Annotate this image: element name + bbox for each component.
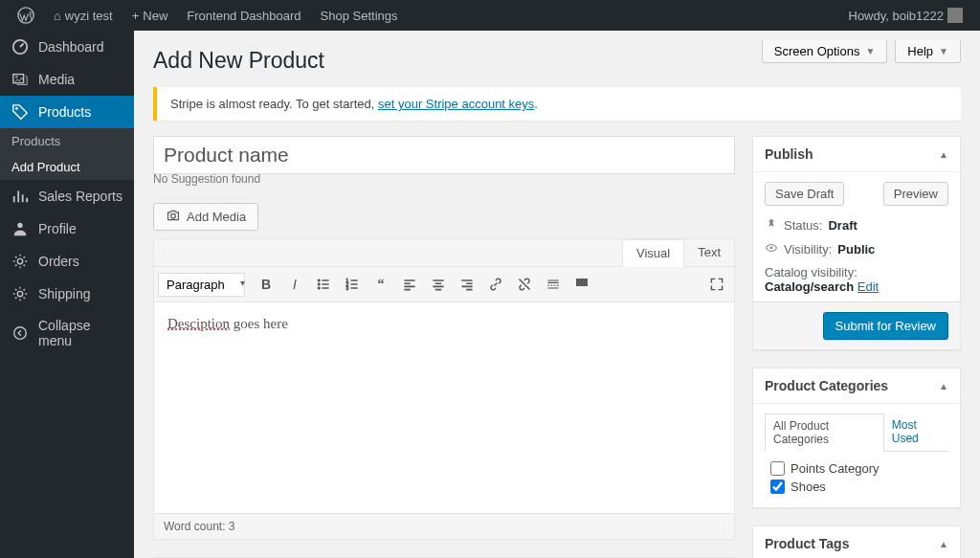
fullscreen-button[interactable] — [703, 271, 730, 298]
reports-icon — [11, 188, 29, 205]
products-icon — [11, 103, 29, 121]
gear-icon — [11, 253, 29, 270]
editor-content[interactable]: Desciption goes here — [154, 302, 734, 513]
nav-shipping[interactable]: Shipping — [0, 278, 134, 310]
editor-tab-visual[interactable]: Visual — [622, 239, 684, 267]
camera-icon — [166, 209, 181, 225]
plus-icon: + — [132, 9, 140, 23]
nav-sales-reports[interactable]: Sales Reports — [0, 180, 134, 212]
format-select[interactable]: Paragraph — [158, 273, 245, 297]
nav-orders[interactable]: Orders — [0, 245, 134, 278]
svg-point-11 — [318, 287, 320, 289]
editor-tab-text[interactable]: Text — [684, 239, 734, 266]
cat-tab-most-used[interactable]: Most Used — [884, 413, 948, 451]
chevron-up-icon: ▲ — [939, 381, 948, 391]
stripe-notice: Stripe is almost ready. To get started, … — [153, 87, 961, 121]
align-left-button[interactable] — [396, 271, 423, 298]
pin-icon — [765, 217, 778, 234]
stripe-keys-link[interactable]: set your Stripe account keys — [378, 97, 534, 111]
svg-rect-19 — [580, 282, 583, 285]
bullet-list-button[interactable] — [310, 271, 337, 298]
add-media-button[interactable]: Add Media — [153, 203, 258, 231]
svg-point-10 — [318, 283, 320, 285]
svg-text:3: 3 — [346, 286, 349, 291]
home-icon: ⌂ — [54, 9, 61, 23]
category-item[interactable]: Shoes — [765, 480, 948, 494]
svg-rect-20 — [584, 282, 587, 285]
title-suggest: No Suggestion found — [153, 172, 735, 186]
svg-point-5 — [17, 258, 22, 263]
shop-settings-link[interactable]: Shop Settings — [313, 0, 406, 31]
read-more-button[interactable] — [540, 271, 567, 298]
tags-box-header[interactable]: Product Tags▲ — [753, 526, 960, 558]
category-item[interactable]: Points Category — [765, 461, 948, 476]
categories-box-header[interactable]: Product Categories▲ — [753, 368, 960, 404]
site-name-link[interactable]: ⌂wyzi test — [46, 0, 121, 31]
svg-point-21 — [770, 247, 773, 250]
new-content-link[interactable]: +New — [124, 0, 176, 31]
number-list-button[interactable]: 123 — [339, 271, 366, 298]
chevron-down-icon: ▼ — [865, 46, 875, 56]
word-count: Word count: 3 — [154, 513, 734, 539]
preview-button[interactable]: Preview — [883, 182, 948, 206]
chevron-down-icon: ▼ — [939, 46, 948, 56]
blockquote-button[interactable]: “ — [368, 271, 394, 298]
subnav-products[interactable]: Products — [0, 128, 134, 154]
link-button[interactable] — [482, 271, 509, 298]
edit-catalog-visibility[interactable]: Edit — [858, 279, 879, 294]
category-checkbox[interactable] — [770, 480, 785, 494]
svg-rect-15 — [576, 279, 579, 281]
toolbar-toggle-button[interactable] — [568, 271, 595, 298]
dashboard-icon — [11, 38, 29, 56]
help-button[interactable]: Help▼ — [895, 40, 961, 63]
align-center-button[interactable] — [425, 271, 452, 298]
media-icon — [11, 71, 29, 88]
nav-profile[interactable]: Profile — [0, 212, 134, 245]
align-right-button[interactable] — [454, 271, 480, 298]
frontend-dashboard-link[interactable]: Frontend Dashboard — [179, 0, 308, 31]
gear-icon — [11, 285, 29, 302]
subnav-add-product[interactable]: Add Product — [0, 154, 134, 180]
collapse-icon — [11, 324, 29, 342]
nav-dashboard[interactable]: Dashboard — [0, 31, 134, 63]
eye-icon — [765, 241, 778, 257]
submit-for-review-button[interactable]: Submit for Review — [823, 312, 948, 340]
save-draft-button[interactable]: Save Draft — [765, 182, 844, 206]
unlink-button[interactable] — [511, 271, 538, 298]
category-checkbox[interactable] — [770, 461, 785, 476]
bold-button[interactable]: B — [253, 271, 279, 298]
publish-box-header[interactable]: Publish▲ — [753, 137, 960, 172]
svg-point-4 — [17, 223, 22, 228]
my-account-link[interactable]: Howdy, boib1222 — [841, 0, 971, 31]
wp-logo[interactable] — [10, 0, 42, 31]
screen-options-button[interactable]: Screen Options▼ — [762, 40, 888, 63]
cat-tab-all[interactable]: All Product Categories — [765, 413, 884, 452]
category-label: Shoes — [791, 480, 826, 494]
avatar — [947, 8, 963, 23]
svg-point-8 — [171, 213, 176, 218]
chevron-up-icon: ▲ — [939, 149, 948, 160]
svg-point-3 — [15, 107, 18, 110]
svg-point-6 — [17, 291, 22, 296]
chevron-up-icon: ▲ — [939, 539, 948, 549]
nav-products[interactable]: Products — [0, 96, 134, 128]
product-title-input[interactable] — [153, 136, 735, 174]
svg-rect-17 — [584, 279, 587, 281]
nav-media[interactable]: Media — [0, 63, 134, 96]
italic-button[interactable]: I — [281, 271, 308, 298]
svg-rect-18 — [576, 282, 579, 285]
svg-point-7 — [14, 327, 27, 340]
svg-point-9 — [318, 279, 320, 281]
profile-icon — [11, 220, 29, 237]
nav-collapse[interactable]: Collapse menu — [0, 310, 134, 356]
svg-rect-16 — [580, 279, 583, 281]
category-label: Points Category — [791, 461, 880, 476]
